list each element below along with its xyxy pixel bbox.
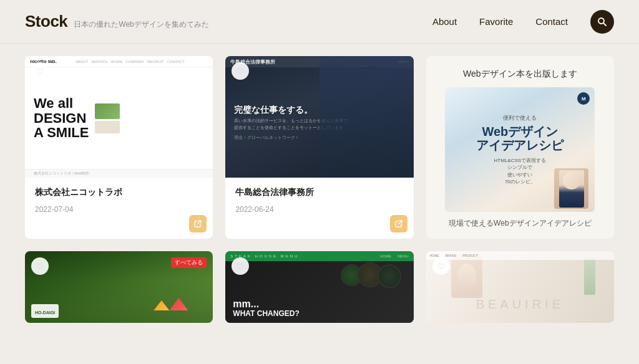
camp-badge: すべてみる <box>171 257 207 268</box>
card-4-image: HO-DAIGI すべてみる ♡ <box>25 251 213 323</box>
favorite-button-1[interactable]: ♡ <box>31 62 49 80</box>
external-link-1[interactable] <box>189 215 207 232</box>
logo-area: Stock 日本の優れたWebデザインを集めてみた <box>25 12 432 31</box>
external-link-icon <box>193 219 202 228</box>
site-logo: Stock <box>25 12 67 31</box>
card-6-image: BEAUIRIE HOME BRAND PRODUCT ♡ <box>426 251 614 323</box>
card-1-title: 株式会社ニコットラボ <box>35 186 203 199</box>
ad-book-image: 便利で使える Webデザイン アイデアレシピ HTML&CSSで表現するシンプル… <box>445 87 595 212</box>
beauty-brand: BEAUIRIE <box>476 297 564 311</box>
food-text-2: WHAT CHANGED? <box>233 310 299 318</box>
card-ad-book[interactable]: Webデザイン本を出版します 便利で使える Webデザイン アイデアレシピ HT… <box>426 56 614 239</box>
search-icon <box>597 17 607 27</box>
card-food[interactable]: STEAK HOUSE MENU HOME MENU mm... WHAT CH… <box>225 251 413 323</box>
card-beauty[interactable]: BEAUIRIE HOME BRAND PRODUCT ♡ <box>426 251 614 323</box>
svg-line-1 <box>603 23 606 26</box>
favorite-button-4[interactable]: ♡ <box>31 257 49 275</box>
card-lawfirm[interactable]: 牛島総合法律事務所 MENU 完璧な仕事をする。 高い水準の法的サービスを、もっ… <box>225 56 413 239</box>
nav-contact[interactable]: Contact <box>535 16 568 27</box>
search-button[interactable] <box>590 10 614 34</box>
ad-card-title: Webデザイン本を出版します <box>463 69 577 80</box>
nav-favorite[interactable]: Favorite <box>479 16 513 27</box>
card-2-date: 2022-06-24 <box>235 205 403 214</box>
card-1-date: 2022-07-04 <box>35 205 203 214</box>
card-grid-row1: nicotto lab. ABOUT SERVICE WORK COMPANY … <box>0 44 639 251</box>
card-grid-row2: HO-DAIGI すべてみる ♡ STEAK HOUSE MENU HOME M… <box>0 251 639 335</box>
card-2-title: 牛島総合法律事務所 <box>235 186 403 199</box>
site-tagline: 日本の優れたWebデザインを集めてみた <box>74 19 208 30</box>
card-1-body: 株式会社ニコットラボ 2022-07-04 <box>25 178 213 224</box>
main-nav: About Favorite Contact <box>432 10 614 34</box>
ad-card-subtitle: 現場で使えるWebデザインアイデアレシピ <box>449 218 591 229</box>
card-5-image: STEAK HOUSE MENU HOME MENU mm... WHAT CH… <box>225 251 413 323</box>
svg-line-3 <box>398 221 402 224</box>
external-link-icon-2 <box>394 219 403 228</box>
ad-card-footer-text: 現場で使えるWebデザインアイデアレシピ <box>449 218 591 229</box>
favorite-button-6[interactable]: ♡ <box>432 257 450 275</box>
nav-about[interactable]: About <box>432 16 457 27</box>
card-2-image: 牛島総合法律事務所 MENU 完璧な仕事をする。 高い水準の法的サービスを、もっ… <box>225 56 413 178</box>
svg-line-2 <box>198 221 202 224</box>
card-1-image: nicotto lab. ABOUT SERVICE WORK COMPANY … <box>25 56 213 178</box>
site-header: Stock 日本の優れたWebデザインを集めてみた About Favorite… <box>0 0 639 44</box>
food-text-1: mm... <box>233 299 259 310</box>
card-2-body: 牛島総合法律事務所 2022-06-24 <box>225 178 413 224</box>
card-camp[interactable]: HO-DAIGI すべてみる ♡ <box>25 251 213 323</box>
card-nicottolabo[interactable]: nicotto lab. ABOUT SERVICE WORK COMPANY … <box>25 56 213 239</box>
external-link-2[interactable] <box>390 215 407 232</box>
